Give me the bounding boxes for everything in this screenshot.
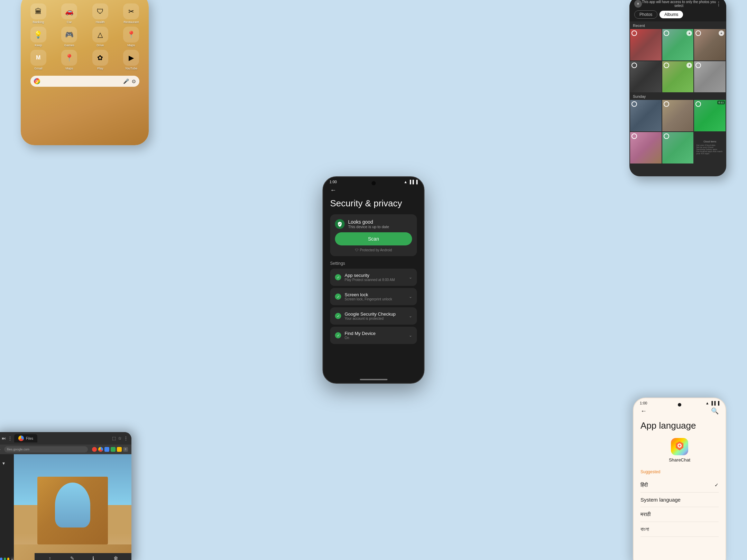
app-keep[interactable]: 💡 Keep [24,27,53,47]
gmail-dock-icon[interactable] [92,447,97,452]
photo-select-radio-6[interactable] [695,63,701,68]
photo-select-radio-9[interactable] [695,101,701,107]
edit-action[interactable]: ✎ Edit [70,556,75,560]
photo-thumb-5[interactable]: + [662,61,694,93]
sidebar-dropdown[interactable]: ▾ [0,457,10,469]
photo-add-btn-5[interactable]: + [686,63,692,68]
app-car[interactable]: 🚗 Car [55,3,84,24]
info-action[interactable]: ℹ Info [91,556,95,560]
share-action[interactable]: ↑ Share [46,556,54,560]
apps-dock-icon[interactable]: ⠿ [123,447,128,452]
language-item-marathi[interactable]: मराठी [640,507,719,522]
photo-thumb-8[interactable] [662,100,694,131]
photo-thumb-9[interactable]: 0:11 [694,100,726,131]
app-drive[interactable]: △ Drive [86,27,114,47]
language-item-bengali[interactable]: বাংলা [640,522,719,537]
br-wifi-icon: ▲ [706,401,709,405]
files-dock-icon[interactable] [104,447,109,452]
photo-select-radio-7[interactable] [631,101,637,107]
looks-good-heading: Looks good [348,219,389,225]
files-tab[interactable]: Files [14,434,37,442]
br-back-button[interactable]: ← [640,408,647,415]
photo-select-radio-11[interactable] [664,133,669,139]
chrome-dock-icon[interactable] [98,447,103,452]
app-maps2[interactable]: 📍 Maps [55,50,84,70]
photo-add-btn-3[interactable]: + [719,30,724,36]
app-banking[interactable]: 🏛 Banking [24,3,53,24]
photo-thumb-12[interactable]: Cloud items Get your iCloud dataSet up y… [694,132,726,164]
app-games[interactable]: 🎮 Games [55,27,84,47]
photo-select-radio-1[interactable] [631,30,637,36]
app-health[interactable]: 🛡 Health [86,3,114,24]
photo-select-radio-10[interactable] [631,133,637,139]
photo-thumb-7[interactable] [630,100,662,131]
address-input[interactable]: files.google.com [4,446,88,452]
br-search-button[interactable]: 🔍 [711,407,719,415]
apps-icon-dock[interactable]: ⠿ [11,557,14,560]
app-youtube[interactable]: ▶ YouTube [117,50,146,70]
photo-thumb-3[interactable]: + [694,29,726,60]
maps-icon-dock[interactable] [4,558,6,560]
photo-select-radio-8[interactable] [664,101,669,107]
br-topbar: ← 🔍 [640,407,719,415]
tab-photos[interactable]: Photos [634,10,657,19]
scan-button[interactable]: Scan [335,232,412,245]
app-maps[interactable]: 📍 Maps [117,27,146,47]
photos-grid-recent: + + + [629,29,726,92]
tab-albums[interactable]: Albums [660,11,683,18]
search-bar[interactable]: G 🎤 ⊙ [30,76,139,87]
photo-thumb-6[interactable] [694,61,726,93]
hindi-checkmark: ✓ [714,482,719,488]
setting-find-my-device[interactable]: ✓ Find My Device On ⌄ [330,327,417,344]
photos-close-button[interactable]: × [634,0,642,8]
files-icon-dock[interactable] [0,558,2,560]
setting-screen-lock[interactable]: ✓ Screen lock Screen lock, Fingerprint u… [330,288,417,305]
phone-topright-photos: × This app will have access to only the … [629,0,726,176]
br-signal-icon: ▐▐ [710,401,716,405]
photo-thumb-2[interactable]: + [662,29,694,60]
tablet-dock: ⠿ [0,553,14,560]
skip-icon[interactable]: ⏭ [2,436,6,441]
back-button[interactable]: ← [330,187,417,194]
language-item-hindi[interactable]: हिंदी ✓ [640,478,719,493]
setting-app-security[interactable]: ✓ App security Play Protect scanned at 8… [330,269,417,286]
wifi-icon: ▲ [404,180,407,184]
more-tab-icon[interactable]: ⋮ [8,436,12,441]
tablet-sidebar: ▾ [0,454,14,560]
app-gmail[interactable]: M Gmail [24,50,53,70]
app-restaurant[interactable]: ✂ Restaurant [117,3,146,24]
cast-icon[interactable]: ⬚ [112,436,116,441]
photos-more-icon[interactable]: ⋮ [716,1,721,7]
back-nav-icon[interactable]: ← [0,447,1,452]
photo-thumb-10[interactable] [630,132,662,164]
photo-select-radio-2[interactable] [664,30,669,36]
security-content: ← Security & privacy Looks good This dev… [323,184,424,349]
photo-thumb-4[interactable] [630,61,662,93]
photos-header: × This app will have access to only the … [629,0,726,21]
photo-select-radio-4[interactable] [631,63,637,68]
photo-add-btn-2[interactable]: + [686,30,692,36]
photo-thumb-1[interactable] [630,29,662,60]
photo-thumb-11[interactable] [662,132,694,164]
photo-select-radio-3[interactable] [695,30,701,36]
photo-select-radio-5[interactable] [664,63,669,68]
star-icon[interactable]: ☆ [118,436,122,441]
mic-icon[interactable]: 🎤 [123,78,129,84]
app-name-label: ShareChat [669,457,690,463]
maps2-icon: 📍 [61,50,77,66]
app-grid-row3: M Gmail 📍 Maps ✿ Play ▶ YouTube [24,50,145,70]
setting-screen-lock-text: Screen lock Screen lock, Fingerprint unl… [345,292,392,301]
chevron-down-icon-1: ⌄ [409,275,412,280]
lens-icon[interactable]: ⊙ [132,78,136,84]
more-icon[interactable]: ⋮ [124,436,128,441]
share-icon: ↑ [49,556,51,560]
photos-top-bar: × This app will have access to only the … [634,0,721,8]
setting-google-checkup[interactable]: ✓ Google Security Checkup Your account i… [330,307,417,325]
delete-action[interactable]: 🗑 Delete [112,556,120,560]
app-play[interactable]: ✿ Play [86,50,114,70]
youtube-icon-dock[interactable] [7,558,9,560]
youtube-dock-icon[interactable] [117,447,122,452]
canyon-image [14,454,131,560]
language-item-system[interactable]: System language [640,493,719,507]
play-dock-icon[interactable] [111,447,116,452]
